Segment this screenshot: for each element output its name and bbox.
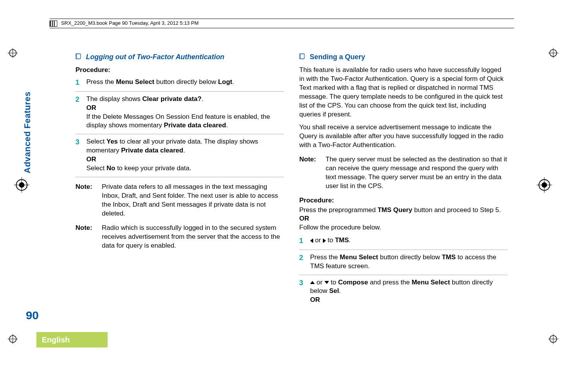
crop-mark-icon (8, 48, 18, 58)
text: Press the (310, 253, 340, 261)
registration-mark-icon (537, 177, 552, 193)
left-heading: Logging out of Two-Factor Authentication (75, 52, 284, 62)
right-heading-text: Sending a Query (310, 53, 365, 61)
procedure-icon (299, 53, 305, 62)
registration-mark-icon (14, 177, 29, 193)
text: Press the preprogrammed (299, 206, 377, 214)
text: . (183, 147, 185, 154)
note-right: Note: The query server must be selected … (299, 155, 508, 191)
or-label: OR (86, 156, 96, 163)
note-label: Note: (299, 155, 326, 191)
step-body: Select Yes to clear all your private dat… (86, 137, 284, 173)
or-label: OR (310, 296, 320, 303)
note-body: Radio which is successfully logged in to… (102, 224, 284, 250)
step-body: or to Compose and press the Menu Select … (310, 278, 508, 305)
text: to (329, 279, 338, 286)
text: to keep your private data. (115, 164, 192, 172)
text: button directly below (378, 253, 442, 261)
step-3: 3 or to Compose and press the Menu Selec… (299, 278, 508, 309)
text: . (226, 122, 228, 129)
text: to (326, 236, 335, 244)
text: Select (86, 164, 106, 172)
display-text: Yes (106, 138, 118, 145)
display-text: Private data cleared (121, 147, 184, 154)
step-1: 1 Press the Menu Select button directly … (75, 78, 284, 91)
text: Press the (86, 78, 116, 86)
display-text: TMS (335, 236, 349, 244)
note-2: Note: Radio which is successfully logged… (75, 224, 284, 250)
step-number: 3 (299, 278, 310, 305)
running-header-text: SRX_2200_M3.book Page 90 Tuesday, April … (61, 20, 199, 26)
text: The display shows (86, 95, 142, 103)
text: . (349, 236, 351, 244)
text: button directly below (154, 78, 218, 86)
text: or (315, 279, 324, 286)
left-heading-text: Logging out of Two-Factor Authentication (86, 53, 225, 61)
procedure-label: Procedure: (75, 66, 284, 75)
step-1: 1 or to TMS. (299, 236, 508, 250)
text: . (202, 95, 204, 103)
step-number: 1 (75, 78, 86, 87)
step-number: 3 (75, 137, 86, 173)
nav-down-icon (324, 281, 329, 284)
display-text: Compose (338, 279, 368, 286)
right-heading: Sending a Query (299, 52, 508, 62)
language-tab: English (36, 332, 108, 347)
text: Select (86, 138, 106, 145)
ui-label: Menu Select (412, 279, 450, 286)
paragraph-2: You shall receive a service advertisemen… (299, 123, 508, 150)
step-body: The display shows Clear private data?. O… (86, 95, 284, 130)
text: . (232, 78, 234, 86)
crop-mark-icon (548, 48, 558, 58)
text: or (313, 236, 323, 244)
text: Follow the procedure below. (299, 224, 381, 231)
note-body: The query server must be selected as the… (326, 155, 508, 191)
or-label: OR (86, 104, 96, 111)
step-body: Press the Menu Select button directly be… (310, 253, 508, 271)
procedure-label: Procedure: (299, 196, 508, 205)
step-number: 2 (299, 253, 310, 271)
step-number: 2 (75, 95, 86, 130)
crop-mark-icon (8, 334, 18, 344)
step-number: 1 (299, 236, 310, 245)
display-text: No (106, 164, 115, 172)
display-text: Private data cleared (164, 122, 226, 129)
procedure-intro: Press the preprogrammed TMS Query button… (299, 206, 508, 233)
note-body: Private data refers to all messages in t… (102, 183, 284, 218)
left-column: Logging out of Two-Factor Authentication… (75, 52, 284, 312)
running-header: SRX_2200_M3.book Page 90 Tuesday, April … (50, 19, 514, 28)
nav-left-icon (310, 238, 313, 243)
display-text: TMS (442, 253, 456, 261)
display-text: Clear private data? (142, 95, 202, 103)
text: button and proceed to Step 5. (412, 206, 501, 214)
step-2: 2 The display shows Clear private data?.… (75, 95, 284, 135)
or-label: OR (299, 215, 309, 222)
note-1: Note: Private data refers to all message… (75, 183, 284, 218)
book-page-icon (50, 21, 57, 27)
ui-label: TMS Query (377, 206, 412, 214)
step-3: 3 Select Yes to clear all your private d… (75, 137, 284, 177)
note-label: Note: (75, 183, 102, 218)
section-tab: Advanced Features (22, 88, 37, 173)
nav-up-icon (310, 281, 315, 284)
ui-label: Menu Select (116, 78, 154, 86)
paragraph-1: This feature is available for radio user… (299, 66, 508, 119)
page-body: Logging out of Two-Factor Authentication… (60, 52, 508, 312)
text: and press the (368, 279, 412, 286)
page-number: 90 (22, 309, 39, 322)
crop-mark-icon (548, 334, 558, 344)
note-label: Note: (75, 224, 102, 250)
step-body: or to TMS. (310, 236, 508, 245)
step-2: 2 Press the Menu Select button directly … (299, 253, 508, 275)
ui-label: Menu Select (340, 253, 378, 261)
display-text: Sel (329, 287, 339, 294)
right-column: Sending a Query This feature is availabl… (299, 52, 508, 312)
procedure-icon (75, 53, 82, 62)
step-body: Press the Menu Select button directly be… (86, 78, 284, 87)
display-text: Logt (218, 78, 232, 86)
text: . (339, 287, 341, 294)
nav-right-icon (323, 238, 326, 243)
